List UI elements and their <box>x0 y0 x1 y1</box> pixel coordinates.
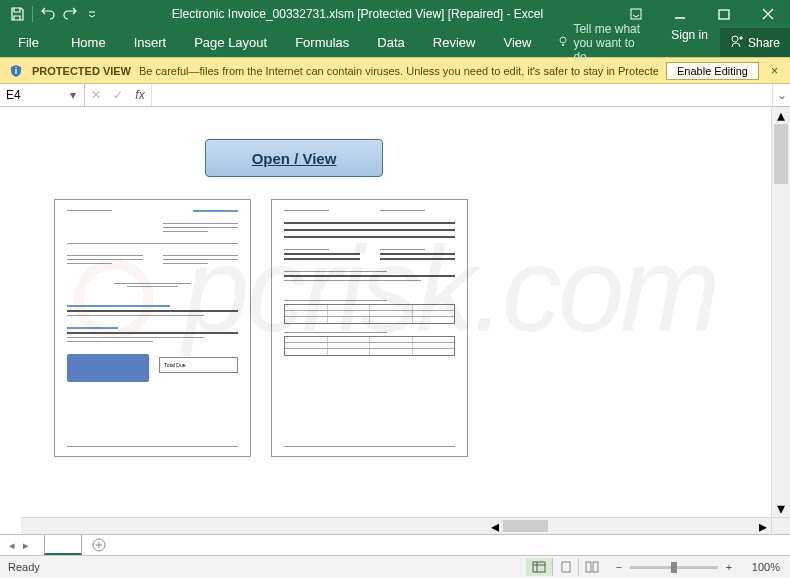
tab-data[interactable]: Data <box>363 28 418 57</box>
insert-function-button[interactable]: fx <box>129 88 151 102</box>
tell-me-search[interactable]: Tell me what you want to do... <box>545 28 659 57</box>
minimize-button[interactable] <box>658 0 702 28</box>
scroll-corner <box>771 517 790 534</box>
svg-rect-9 <box>593 562 598 572</box>
ribbon-tabs: File Home Insert Page Layout Formulas Da… <box>0 28 790 57</box>
tab-review[interactable]: Review <box>419 28 490 57</box>
protected-view-message: Be careful—files from the Internet can c… <box>139 65 658 77</box>
document-thumbnail-2 <box>271 199 468 457</box>
svg-point-2 <box>560 37 566 43</box>
view-normal-icon[interactable] <box>526 558 552 576</box>
zoom-value[interactable]: 100% <box>740 561 782 573</box>
enter-formula-icon: ✓ <box>107 88 129 102</box>
tab-view[interactable]: View <box>489 28 545 57</box>
share-icon <box>730 34 744 51</box>
view-page-break-icon[interactable] <box>578 558 604 576</box>
tab-page-layout[interactable]: Page Layout <box>180 28 281 57</box>
save-icon[interactable] <box>8 5 26 23</box>
sheet-canvas[interactable]: Open / View Total Due <box>21 107 771 517</box>
horizontal-scrollbar-row: ◂ ▸ <box>21 517 771 534</box>
cancel-formula-icon: ✕ <box>85 88 107 102</box>
open-view-label: Open / View <box>252 150 337 167</box>
status-bar: Ready − + 100% <box>0 555 790 578</box>
scroll-right-icon[interactable]: ▸ <box>754 518 771 534</box>
svg-rect-8 <box>586 562 591 572</box>
tab-insert[interactable]: Insert <box>120 28 181 57</box>
h-scroll-track[interactable] <box>503 518 754 534</box>
tab-nav-buttons[interactable]: ◂ ▸ <box>0 539 38 552</box>
zoom-slider[interactable] <box>630 566 718 569</box>
doc1-total-label: Total Due <box>164 362 185 368</box>
close-bar-icon[interactable]: × <box>767 64 782 78</box>
zoom-out-button[interactable]: − <box>612 561 626 573</box>
status-ready: Ready <box>8 561 526 573</box>
v-scroll-thumb[interactable] <box>774 124 788 184</box>
tab-home[interactable]: Home <box>57 28 120 57</box>
svg-text:i: i <box>15 66 18 76</box>
chevron-down-icon[interactable]: ▾ <box>68 88 78 102</box>
svg-rect-1 <box>719 10 729 19</box>
svg-point-3 <box>732 36 738 42</box>
protected-view-bar: i PROTECTED VIEW Be careful—files from t… <box>0 57 790 84</box>
window-title: Electronic Invoice_00332731.xlsm [Protec… <box>101 7 614 21</box>
v-scroll-track[interactable] <box>772 124 790 500</box>
zoom-in-button[interactable]: + <box>722 561 736 573</box>
enable-editing-button[interactable]: Enable Editing <box>666 62 759 80</box>
name-box-value: E4 <box>6 88 68 102</box>
redo-icon[interactable] <box>61 5 79 23</box>
maximize-button[interactable] <box>702 0 746 28</box>
svg-rect-6 <box>533 562 545 572</box>
close-button[interactable] <box>746 0 790 28</box>
scroll-left-icon[interactable]: ◂ <box>486 518 503 534</box>
view-page-layout-icon[interactable] <box>552 558 578 576</box>
tab-nav-prev-icon[interactable]: ◂ <box>6 539 18 552</box>
expand-formula-bar-icon[interactable]: ⌄ <box>772 84 790 106</box>
title-bar: Electronic Invoice_00332731.xlsm [Protec… <box>0 0 790 28</box>
scroll-down-icon[interactable]: ▾ <box>772 500 790 517</box>
svg-rect-7 <box>562 562 570 572</box>
tab-formulas[interactable]: Formulas <box>281 28 363 57</box>
h-scroll-thumb[interactable] <box>503 520 548 532</box>
lightbulb-icon <box>557 35 569 50</box>
tab-nav-next-icon[interactable]: ▸ <box>20 539 32 552</box>
new-sheet-button[interactable] <box>88 535 110 555</box>
left-gutter <box>0 107 21 517</box>
zoom-controls: − + 100% <box>612 561 782 573</box>
protected-view-title: PROTECTED VIEW <box>32 65 131 77</box>
undo-icon[interactable] <box>39 5 57 23</box>
formula-input[interactable] <box>152 84 772 106</box>
worksheet-area: Open / View Total Due <box>0 107 790 534</box>
open-view-button[interactable]: Open / View <box>205 139 383 177</box>
name-box[interactable]: E4 ▾ <box>0 84 85 106</box>
tell-me-placeholder: Tell me what you want to do... <box>573 22 659 64</box>
view-buttons <box>526 558 604 576</box>
sign-in-link[interactable]: Sign in <box>659 28 720 57</box>
sheet-tab-active[interactable] <box>44 535 82 555</box>
scroll-up-icon[interactable]: ▴ <box>772 107 790 124</box>
shield-icon: i <box>8 63 24 79</box>
sheet-tab-strip: ◂ ▸ <box>0 534 790 555</box>
document-thumbnail-1: Total Due <box>54 199 251 457</box>
qat-customize-icon[interactable] <box>83 5 101 23</box>
vertical-scrollbar[interactable]: ▴ ▾ <box>771 107 790 517</box>
quick-access-toolbar <box>0 5 101 23</box>
tab-file[interactable]: File <box>0 28 57 57</box>
qat-separator <box>32 6 33 22</box>
share-label: Share <box>748 36 780 50</box>
share-button[interactable]: Share <box>720 28 790 57</box>
zoom-slider-thumb[interactable] <box>671 562 677 573</box>
formula-bar: E4 ▾ ✕ ✓ fx ⌄ <box>0 84 790 107</box>
